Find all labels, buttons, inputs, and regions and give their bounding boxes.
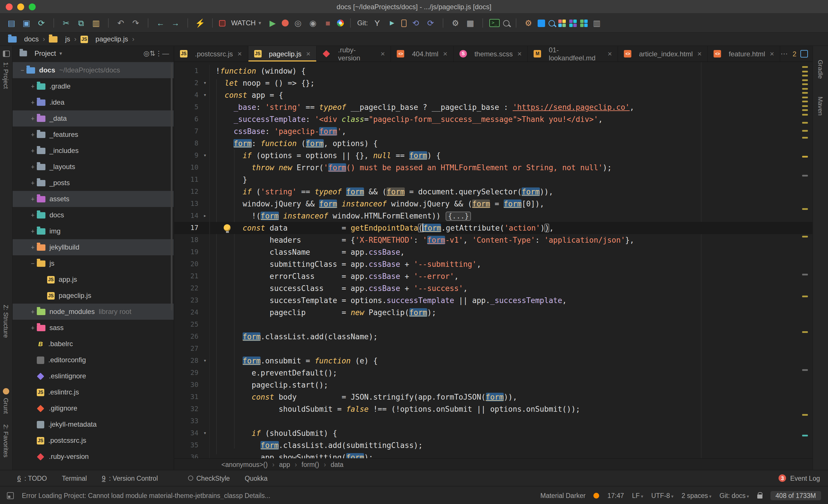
editor-tab[interactable]: M01-lookandfeel.md×: [528, 46, 618, 61]
code-line[interactable]: 2▾ let noop = () => {};: [174, 77, 813, 89]
breadcrumb-item[interactable]: app: [279, 461, 290, 468]
breadcrumb-item[interactable]: JSpageclip.js: [81, 35, 128, 43]
breadcrumb-item[interactable]: docs: [8, 35, 39, 43]
tool-button-structure[interactable]: Z: Structure: [3, 305, 9, 338]
close-tab-icon[interactable]: ×: [238, 49, 242, 58]
tree-row[interactable]: +docs: [13, 207, 174, 223]
terminal-icon[interactable]: >_: [489, 19, 500, 27]
tool-button-grunt[interactable]: Grunt: [3, 398, 9, 414]
fold-marker-icon[interactable]: ▾: [201, 77, 210, 89]
stripe-mark[interactable]: [802, 92, 808, 94]
code-line[interactable]: 6 _successTemplate: '<div class="pagecli…: [174, 113, 813, 125]
line-number[interactable]: 4: [174, 89, 201, 101]
project-tool-icon[interactable]: [3, 51, 10, 57]
fold-marker-icon[interactable]: ▸: [201, 210, 210, 222]
code-line[interactable]: 9▾ if (options = options || {}, null == …: [174, 150, 813, 162]
stripe-mark[interactable]: [802, 130, 808, 132]
stripe-mark[interactable]: [802, 236, 808, 238]
tree-toggle-icon[interactable]: +: [29, 196, 37, 202]
stripe-mark[interactable]: [802, 369, 808, 371]
code-line[interactable]: 25: [174, 319, 813, 331]
stripe-mark[interactable]: [802, 79, 808, 81]
tree-toggle-icon[interactable]: +: [29, 163, 37, 170]
open-project-icon[interactable]: ▤: [6, 17, 17, 29]
status-message[interactable]: Error Loading Project: Cannot load modul…: [22, 492, 532, 499]
stripe-mark[interactable]: [802, 208, 808, 210]
code-line[interactable]: 11 }: [174, 174, 813, 186]
device-icon[interactable]: [401, 19, 407, 27]
tool-window-button[interactable]: Terminal: [62, 475, 87, 481]
stripe-mark[interactable]: [802, 137, 808, 138]
forward-icon[interactable]: →: [170, 17, 181, 29]
editor-tab[interactable]: JSpageclip.js×: [248, 46, 317, 61]
rollback-icon[interactable]: ⟲: [410, 17, 421, 29]
editor-tab[interactable]: <>feature.html×: [708, 46, 781, 61]
code-line[interactable]: 27: [174, 343, 813, 355]
editor-tab[interactable]: JS.postcssrc.js×: [174, 46, 248, 61]
tree-row[interactable]: +img: [13, 223, 174, 239]
tree-row[interactable]: +_includes: [13, 142, 174, 159]
tree-row[interactable]: −js: [13, 255, 174, 271]
code-line[interactable]: 23 successTemplate = options.successTemp…: [174, 294, 813, 306]
locate-file-icon[interactable]: ◎: [143, 49, 150, 57]
code-line[interactable]: 8 form: function (form, options) {: [174, 137, 813, 150]
split-view-icon[interactable]: [569, 19, 577, 27]
close-tab-icon[interactable]: ×: [306, 49, 310, 58]
stop-icon[interactable]: ■: [322, 17, 333, 29]
breadcrumb-item[interactable]: <anonymous>(): [221, 461, 268, 468]
tree-row[interactable]: JSapp.js: [13, 271, 174, 288]
line-number[interactable]: 10: [174, 162, 201, 174]
close-tab-icon[interactable]: ×: [698, 49, 702, 58]
tree-row[interactable]: +_layouts: [13, 159, 174, 175]
code-line[interactable]: 31 const body = JSON.stringify(app.formT…: [174, 391, 813, 403]
fold-marker-icon[interactable]: ▾: [201, 355, 210, 367]
collapse-all-icon[interactable]: ⇅: [150, 49, 155, 57]
material-theme-icon[interactable]: [538, 19, 545, 27]
fold-marker-icon[interactable]: ▾: [201, 427, 210, 439]
line-number[interactable]: 9: [174, 150, 201, 162]
line-number[interactable]: 14: [174, 210, 201, 222]
stripe-mark[interactable]: [802, 331, 808, 333]
code-line[interactable]: 17 const data = getEndpointData(form.get…: [174, 222, 813, 234]
line-number[interactable]: 2: [174, 77, 201, 89]
tool-button-favorites[interactable]: 2: Favorites: [3, 424, 9, 457]
line-number[interactable]: 21: [174, 270, 201, 282]
tree-toggle-icon[interactable]: −: [18, 67, 27, 74]
plugin-settings-icon[interactable]: ⚙: [523, 17, 534, 29]
tree-toggle-icon[interactable]: +: [29, 147, 37, 154]
window-layout-icon[interactable]: [558, 19, 566, 27]
error-stripe[interactable]: [801, 62, 808, 458]
synchronize-icon[interactable]: ⟳: [36, 17, 47, 29]
git-branch-icon[interactable]: Y: [371, 17, 383, 29]
tree-row[interactable]: +_data: [13, 111, 174, 126]
tree-row[interactable]: .gitignore: [13, 400, 174, 416]
code-line[interactable]: 19 className = app.cssBase,: [174, 246, 813, 258]
tree-row[interactable]: .eslintignore: [13, 368, 174, 384]
stripe-mark[interactable]: [802, 100, 808, 102]
run-config-icon[interactable]: [219, 20, 225, 26]
coverage-icon[interactable]: ◎: [292, 17, 303, 29]
stripe-mark[interactable]: [802, 97, 808, 98]
code-line[interactable]: 1!function (window) {: [174, 65, 813, 77]
line-number[interactable]: 23: [174, 294, 201, 306]
tool-window-button[interactable]: 6: TODO: [17, 475, 47, 481]
zoom-window-icon[interactable]: [29, 3, 36, 10]
options-menu-icon[interactable]: ⋮: [155, 49, 162, 57]
code-line[interactable]: 13 window.jQuery && form instanceof wind…: [174, 198, 813, 210]
tree-toggle-icon[interactable]: +: [29, 131, 37, 138]
tree-toggle-icon[interactable]: +: [29, 99, 37, 106]
intention-bulb-icon[interactable]: [224, 224, 231, 231]
tree-row[interactable]: −docs~/IdeaProjects/docs: [13, 62, 174, 78]
tree-row[interactable]: .editorconfig: [13, 352, 174, 368]
tree-row[interactable]: JS.eslintrc.js: [13, 384, 174, 400]
back-icon[interactable]: ←: [155, 17, 166, 29]
stripe-mark[interactable]: [802, 122, 808, 124]
tree-row[interactable]: +sass: [13, 320, 174, 336]
code-line[interactable]: 7 cssBase: 'pageclip-form',: [174, 125, 813, 137]
chevron-down-icon[interactable]: ▾: [59, 51, 62, 56]
settings-icon[interactable]: ⚙: [450, 17, 461, 29]
memory-indicator[interactable]: 408 of 1733M: [770, 491, 821, 500]
stripe-mark[interactable]: [802, 414, 808, 416]
code-line[interactable]: 33: [174, 415, 813, 427]
tree-toggle-icon[interactable]: +: [29, 83, 37, 90]
